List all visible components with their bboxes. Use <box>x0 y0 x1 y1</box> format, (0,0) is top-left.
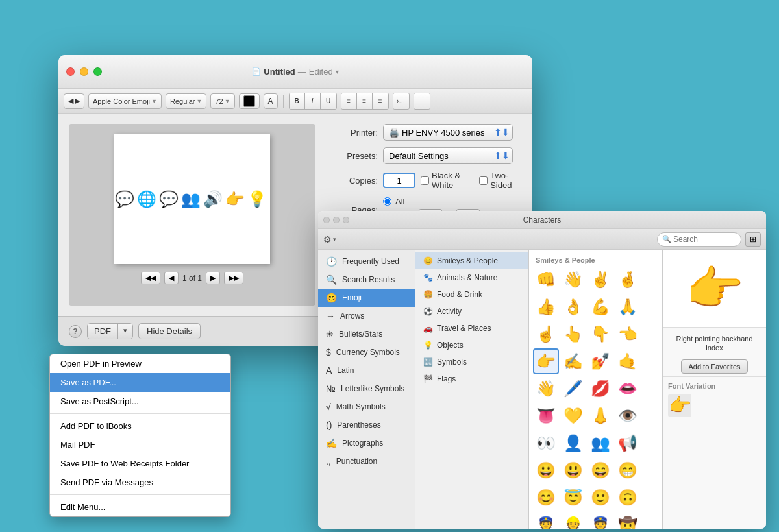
menu-item-edit[interactable]: Edit Menu... <box>50 498 230 516</box>
cat-punctuation[interactable]: ., Punctuation <box>318 452 415 470</box>
indent-button[interactable]: ›… <box>393 93 409 109</box>
menu-item-save-web[interactable]: Save PDF to Web Receipts Folder <box>50 454 230 473</box>
align-left-button[interactable]: ≡ <box>341 93 357 109</box>
presets-dropdown[interactable]: Default Settings ⬆⬇ <box>383 147 513 164</box>
emoji-cell[interactable]: 👍 <box>533 294 559 320</box>
font-variation-emoji[interactable]: 👉 <box>668 394 691 417</box>
black-white-checkbox[interactable] <box>421 176 429 185</box>
emoji-cell[interactable]: 👋 <box>533 376 559 402</box>
subcat-smileys-people[interactable]: 😊 Smileys & People <box>415 252 528 269</box>
underline-button[interactable]: U <box>321 93 336 109</box>
chars-close-button[interactable] <box>323 217 330 223</box>
emoji-cell[interactable]: 👇 <box>587 321 613 347</box>
subcat-flags[interactable]: 🏁 Flags <box>415 370 528 387</box>
minimize-button[interactable] <box>80 67 88 76</box>
emoji-cell[interactable]: ✍️ <box>560 348 586 374</box>
emoji-cell[interactable]: ✌️ <box>587 267 613 293</box>
color-picker[interactable] <box>239 93 260 109</box>
italic-button[interactable]: I <box>305 93 321 109</box>
emoji-cell[interactable]: 👈 <box>615 321 641 347</box>
cat-latin[interactable]: A Latin <box>318 361 415 380</box>
menu-item-mail-pdf[interactable]: Mail PDF <box>50 435 230 454</box>
emoji-cell-selected[interactable]: 👉 <box>533 348 559 374</box>
emoji-cell[interactable]: 👃 <box>587 403 613 429</box>
emoji-cell[interactable]: 👅 <box>533 403 559 429</box>
subcat-food-drink[interactable]: 🍔 Food & Drink <box>415 286 528 303</box>
emoji-cell[interactable]: 🖊️ <box>560 376 586 402</box>
cat-pictographs[interactable]: ✍ Pictographs <box>318 434 415 452</box>
emoji-cell[interactable]: 🤞 <box>615 267 641 293</box>
emoji-cell[interactable]: 😇 <box>560 485 586 511</box>
emoji-cell[interactable]: ☝️ <box>533 321 559 347</box>
printer-dropdown[interactable]: 🖨️ HP ENVY 4500 series ⬆⬇ <box>383 124 513 141</box>
font-family-selector[interactable]: Apple Color Emoji ▼ <box>88 93 162 109</box>
last-page-button[interactable]: ▶▶ <box>224 272 243 284</box>
menu-item-save-pdf[interactable]: Save as PDF... <box>50 373 230 392</box>
toolbar-arrows[interactable]: ◀ ▶ <box>64 93 84 109</box>
subcat-travel-places[interactable]: 🚗 Travel & Places <box>415 320 528 337</box>
menu-item-save-postscript[interactable]: Save as PostScript... <box>50 392 230 411</box>
pdf-dropdown-button[interactable]: ▾ <box>118 324 132 339</box>
align-right-button[interactable]: ≡ <box>373 93 388 109</box>
subcat-animals-nature[interactable]: 🐾 Animals & Nature <box>415 269 528 286</box>
letter-format-btn[interactable]: A <box>264 93 278 109</box>
chars-minimize-button[interactable] <box>333 217 340 223</box>
pdf-button[interactable]: PDF <box>88 324 118 339</box>
emoji-cell[interactable]: 💛 <box>560 403 586 429</box>
emoji-cell[interactable]: 👊 <box>533 267 559 293</box>
title-chevron-icon[interactable]: ▾ <box>336 68 339 75</box>
cat-currency[interactable]: $ Currency Symbols <box>318 343 415 361</box>
emoji-cell[interactable]: 😀 <box>533 457 559 483</box>
emoji-cell[interactable]: 👥 <box>587 430 613 456</box>
emoji-cell[interactable]: 😄 <box>587 457 613 483</box>
emoji-cell[interactable]: 💪 <box>587 294 613 320</box>
bold-button[interactable]: B <box>290 93 305 109</box>
copies-input[interactable] <box>383 173 415 188</box>
cat-emoji[interactable]: 😊 Emoji <box>318 289 415 307</box>
prev-page-button[interactable]: ◀ <box>164 272 179 284</box>
emoji-cell[interactable]: 😊 <box>533 485 559 511</box>
emoji-cell[interactable]: 😃 <box>560 457 586 483</box>
emoji-cell[interactable]: 🙂 <box>587 485 613 511</box>
cat-parentheses[interactable]: () Parentheses <box>318 416 415 434</box>
cat-math[interactable]: √ Math Symbols <box>318 398 415 416</box>
pages-all-radio[interactable] <box>383 197 391 206</box>
cat-letterlike[interactable]: № Letterlike Symbols <box>318 380 415 398</box>
first-page-button[interactable]: ◀◀ <box>141 272 160 284</box>
menu-item-add-ibooks[interactable]: Add PDF to iBooks <box>50 417 230 435</box>
font-style-selector[interactable]: Regular ▼ <box>166 93 206 109</box>
emoji-cell[interactable]: 📢 <box>615 430 641 456</box>
emoji-cell[interactable]: 👷 <box>560 512 586 529</box>
two-sided-checkbox[interactable] <box>479 176 488 185</box>
cat-frequently-used[interactable]: 🕐 Frequently Used <box>318 252 415 271</box>
maximize-button[interactable] <box>93 67 102 76</box>
help-button[interactable]: ? <box>69 325 82 338</box>
list-button[interactable]: ☰ <box>414 93 430 109</box>
emoji-cell[interactable]: 👆 <box>560 321 586 347</box>
chars-maximize-button[interactable] <box>343 217 349 223</box>
emoji-cell[interactable]: 👮 <box>533 512 559 529</box>
emoji-cell[interactable]: 👁️ <box>615 403 641 429</box>
emoji-cell[interactable]: 😁 <box>615 457 641 483</box>
menu-item-send-messages[interactable]: Send PDF via Messages <box>50 473 230 492</box>
add-to-favorites-button[interactable]: Add to Favorites <box>681 359 747 374</box>
subcat-symbols[interactable]: 🔣 Symbols <box>415 354 528 370</box>
emoji-cell[interactable]: 👮 <box>587 512 613 529</box>
cat-search-results[interactable]: 🔍 Search Results <box>318 271 415 289</box>
emoji-cell[interactable]: 👌 <box>560 294 586 320</box>
cat-arrows[interactable]: → Arrows <box>318 307 415 325</box>
align-center-button[interactable]: ≡ <box>357 93 373 109</box>
gear-button[interactable]: ⚙ ▾ <box>323 234 336 245</box>
view-toggle-button[interactable]: ⊞ <box>745 232 761 247</box>
subcat-objects[interactable]: 💡 Objects <box>415 337 528 354</box>
emoji-cell[interactable]: 🤙 <box>615 348 641 374</box>
cat-bullets[interactable]: ✳ Bullets/Stars <box>318 325 415 343</box>
emoji-cell[interactable]: 🙏 <box>615 294 641 320</box>
emoji-cell[interactable]: 💅 <box>587 348 613 374</box>
emoji-cell[interactable]: 🤠 <box>615 512 641 529</box>
font-size-selector[interactable]: 72 ▼ <box>210 93 234 109</box>
emoji-cell[interactable]: 👀 <box>533 430 559 456</box>
next-page-button[interactable]: ▶ <box>206 272 220 284</box>
close-button[interactable] <box>66 67 75 76</box>
emoji-cell[interactable]: 👄 <box>615 376 641 402</box>
